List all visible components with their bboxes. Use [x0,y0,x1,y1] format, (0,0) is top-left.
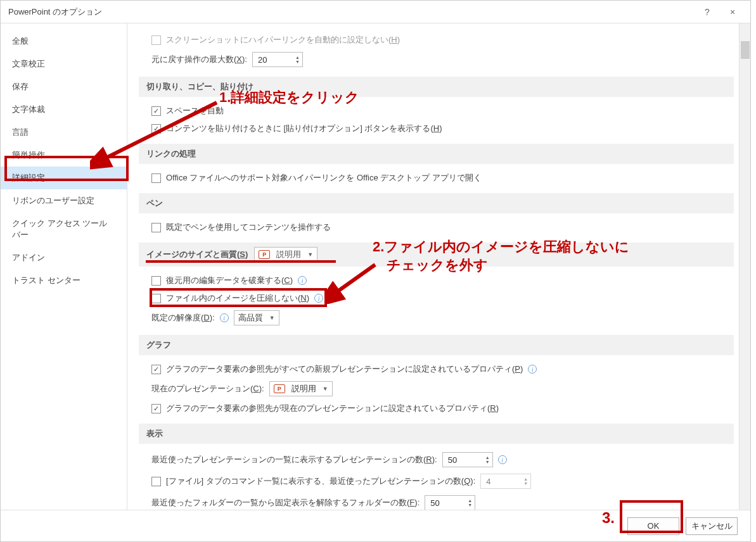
row-office-link: Office ファイルへのサポート対象ハイパーリンクを Office デスクトッ… [139,169,734,187]
vertical-scrollbar[interactable] [739,23,750,510]
label-graph-prop: グラフのデータ要素の参照先がすべての新規プレゼンテーションに設定されているプロパ… [166,363,523,375]
content-pane: スクリーンショットにハイパーリンクを自動的に設定しない(H) 元に戻す操作の最大… [127,23,739,510]
row-quick-access: [ファイル] タブのコマンド一覧に表示する、最近使ったプレゼンテーションの数(Q… [139,470,734,492]
row-auto-space: スペースを自動 [139,102,734,120]
label-pen-default: 既定でペンを使用してコンテンツを操作する [166,222,331,233]
checkbox-screenshot-link[interactable] [151,35,161,45]
spinner-buttons-icon: ▲▼ [485,455,490,464]
label-recent-pres: 最近使ったプレゼンテーションの一覧に表示するプレゼンテーションの数(R): [151,454,437,465]
section-pen: ペン [139,193,734,213]
section-link: リンクの処理 [139,144,734,164]
sidebar-item-ribbon[interactable]: リボンのユーザー設定 [1,189,127,212]
spinner-quick-access[interactable]: 4 ▲▼ [480,474,531,489]
help-button[interactable]: ? [695,3,720,21]
row-current-pres: 現在のプレゼンテーション(C): P 説明用 ▼ [139,378,734,400]
section-image-label: イメージのサイズと画質(S) [146,249,248,260]
info-icon[interactable]: i [220,313,229,322]
row-paste-options: コンテンツを貼り付けるときに [貼り付けオプション] ボタンを表示する(H) [139,120,734,137]
info-icon[interactable]: i [314,294,323,303]
checkbox-no-compress[interactable] [151,294,161,303]
powerpoint-icon: P [259,250,270,259]
row-no-compress: ファイル内のイメージを圧縮しない(N) i [139,289,734,307]
spinner-undo-max[interactable]: 20 ▲▼ [252,52,303,67]
chevron-down-icon: ▼ [323,386,328,392]
checkbox-graph-prop[interactable] [151,365,161,374]
main-area: 全般 文章校正 保存 文字体裁 言語 簡単操作 詳細設定 リボンのユーザー設定 … [1,23,750,510]
checkbox-graph-current[interactable] [151,404,161,413]
label-undo-max: 元に戻す操作の最大数(X): [151,54,247,65]
label-auto-space: スペースを自動 [166,105,224,117]
dialog-title: PowerPoint のオプション [8,6,695,18]
label-current-pres: 現在のプレゼンテーション(C): [151,383,264,394]
dropdown-image-target[interactable]: P 説明用 ▼ [254,247,317,262]
section-image: イメージのサイズと画質(S) P 説明用 ▼ [139,243,734,267]
label-discard-edit: 復元用の編集データを破棄する(C) [166,275,293,286]
checkbox-auto-space[interactable] [151,106,161,116]
dropdown-current-pres[interactable]: P 説明用 ▼ [269,381,333,396]
label-no-compress: ファイル内のイメージを圧縮しない(N) [166,293,309,304]
section-display: 表示 [139,424,734,444]
checkbox-discard-edit[interactable] [151,276,161,286]
cancel-button[interactable]: キャンセル [686,517,738,535]
titlebar: PowerPoint のオプション ? × [1,1,750,23]
sidebar-item-accessibility[interactable]: 簡単操作 [1,144,127,167]
info-icon[interactable]: i [498,455,507,464]
row-graph-current: グラフのデータ要素の参照先が現在のプレゼンテーションに設定されているプロパティ(… [139,400,734,417]
checkbox-paste-options[interactable] [151,124,161,134]
dropdown-default-res[interactable]: 高品質 ▼ [234,310,279,325]
row-pen-default: 既定でペンを使用してコンテンツを操作する [139,218,734,236]
row-graph-prop: グラフのデータ要素の参照先がすべての新規プレゼンテーションに設定されているプロパ… [139,360,734,378]
row-recent-folder: 最近使ったフォルダーの一覧から固定表示を解除するフォルダーの数(F): 50 ▲… [139,492,734,510]
sidebar-item-proofing[interactable]: 文章校正 [1,53,127,75]
label-quick-access: [ファイル] タブのコマンド一覧に表示する、最近使ったプレゼンテーションの数(Q… [166,476,475,487]
sidebar-item-advanced[interactable]: 詳細設定 [1,167,127,189]
label-recent-folder: 最近使ったフォルダーの一覧から固定表示を解除するフォルダーの数(F): [151,497,420,508]
section-cut-copy-paste: 切り取り、コピー、貼り付け [139,77,734,97]
ok-button[interactable]: OK [627,517,679,535]
label-screenshot-link: スクリーンショットにハイパーリンクを自動的に設定しない(H) [166,34,400,46]
close-button[interactable]: × [720,3,745,21]
sidebar-item-typography[interactable]: 文字体裁 [1,98,127,121]
help-icon: ? [705,7,710,17]
chevron-down-icon: ▼ [307,251,313,258]
sidebar: 全般 文章校正 保存 文字体裁 言語 簡単操作 詳細設定 リボンのユーザー設定 … [1,23,127,510]
spinner-recent-pres[interactable]: 50 ▲▼ [442,452,493,467]
label-graph-current: グラフのデータ要素の参照先が現在のプレゼンテーションに設定されているプロパティ(… [166,403,499,414]
spinner-buttons-icon: ▲▼ [295,55,300,64]
info-icon[interactable]: i [298,276,307,285]
spinner-buttons-icon: ▲▼ [523,477,528,486]
spinner-recent-folder[interactable]: 50 ▲▼ [425,495,475,510]
section-graph: グラフ [139,335,734,355]
sidebar-item-quick-access[interactable]: クイック アクセス ツール バー [1,212,127,246]
row-screenshot-link: スクリーンショットにハイパーリンクを自動的に設定しない(H) [139,31,734,49]
label-office-link: Office ファイルへのサポート対象ハイパーリンクを Office デスクトッ… [166,172,482,184]
row-default-res: 既定の解像度(D): i 高品質 ▼ [139,307,734,329]
checkbox-office-link[interactable] [151,173,161,183]
options-dialog: PowerPoint のオプション ? × 全般 文章校正 保存 文字体裁 言語… [0,0,751,542]
label-paste-options: コンテンツを貼り付けるときに [貼り付けオプション] ボタンを表示する(H) [166,123,442,134]
powerpoint-icon: P [274,384,285,393]
sidebar-item-trust-center[interactable]: トラスト センター [1,269,127,292]
sidebar-item-addins[interactable]: アドイン [1,246,127,269]
row-recent-pres: 最近使ったプレゼンテーションの一覧に表示するプレゼンテーションの数(R): 50… [139,449,734,470]
row-discard-edit: 復元用の編集データを破棄する(C) i [139,272,734,289]
sidebar-item-language[interactable]: 言語 [1,121,127,144]
footer: OK キャンセル [1,510,750,541]
scrollbar-thumb[interactable] [741,41,750,59]
content-wrap: スクリーンショットにハイパーリンクを自動的に設定しない(H) 元に戻す操作の最大… [127,23,750,510]
spinner-buttons-icon: ▲▼ [468,498,472,507]
close-icon: × [730,7,735,17]
info-icon[interactable]: i [528,365,537,374]
sidebar-item-general[interactable]: 全般 [1,30,127,53]
checkbox-pen-default[interactable] [151,223,161,232]
row-undo-max: 元に戻す操作の最大数(X): 20 ▲▼ [139,49,734,70]
label-default-res: 既定の解像度(D): [151,312,215,324]
sidebar-item-save[interactable]: 保存 [1,75,127,98]
chevron-down-icon: ▼ [269,315,275,321]
checkbox-quick-access[interactable] [151,477,161,486]
